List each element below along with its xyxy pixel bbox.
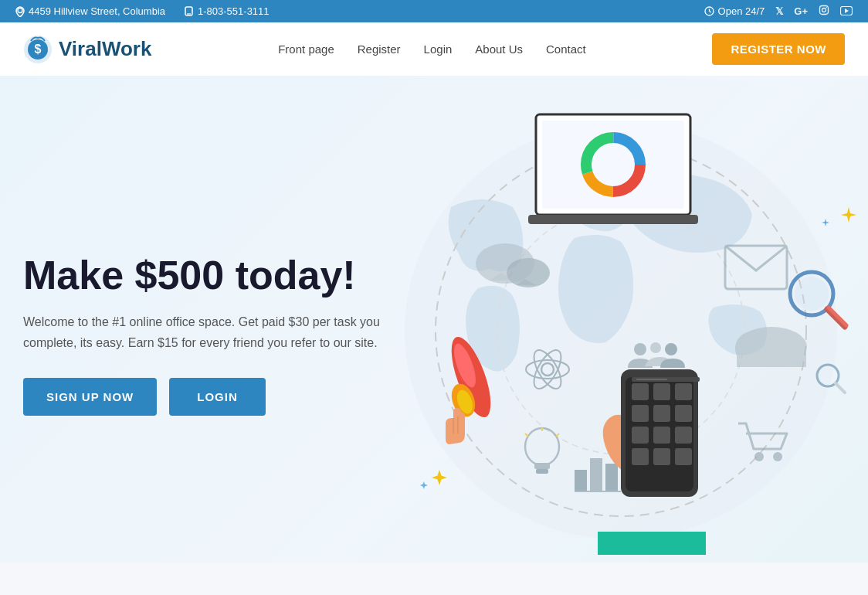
svg-rect-48 [590,458,602,491]
logo-link[interactable]: $ ViralWork [23,35,151,64]
svg-marker-84 [432,470,447,485]
svg-text:$: $ [35,42,42,56]
hours-badge: Open 24/7 [704,5,765,17]
svg-point-33 [634,343,646,355]
svg-rect-72 [675,405,692,422]
youtube-icon [840,6,853,15]
register-now-button[interactable]: Register Now [712,33,845,65]
nav-contact-link[interactable]: Contact [546,42,586,56]
nav-frontpage-link[interactable]: Front page [278,42,334,56]
twitter-social-link[interactable]: 𝕏 [775,5,783,17]
svg-rect-76 [632,448,649,465]
svg-point-0 [18,8,22,12]
top-bar-left: 4459 Hillview Street, Columbia 1-803-551… [15,5,270,17]
top-bar: 4459 Hillview Street, Columbia 1-803-551… [0,0,868,22]
svg-marker-10 [845,8,849,13]
nav-item-login[interactable]: Login [424,42,453,56]
svg-rect-80 [636,379,667,380]
hero-content: Make $500 today! Welcome to the #1 onlin… [23,253,386,416]
svg-rect-71 [653,405,670,422]
phone-icon [184,6,194,16]
hero-section: Make $500 today! Welcome to the #1 onlin… [0,76,868,563]
svg-rect-70 [632,405,649,422]
svg-line-5 [709,12,711,13]
hero-illustration [358,91,868,563]
nav-item-frontpage[interactable]: Front page [278,42,334,56]
svg-rect-42 [534,463,550,469]
svg-rect-74 [653,427,670,444]
svg-rect-67 [632,383,649,400]
svg-point-34 [650,342,661,353]
location-icon [15,6,25,17]
hero-title: Make $500 today! [23,253,386,298]
svg-rect-49 [605,464,618,491]
nav-links: Front page Register Login About Us Conta… [278,42,586,56]
svg-rect-68 [653,383,670,400]
svg-rect-81 [598,532,706,555]
phone-info: 1-803-551-3111 [184,5,270,17]
svg-rect-73 [632,427,649,444]
svg-rect-43 [536,469,548,474]
instagram-icon [819,5,829,15]
svg-point-8 [826,7,827,8]
instagram-social-link[interactable] [819,5,829,18]
svg-marker-85 [420,481,428,489]
hero-buttons: SIGN UP NOW LOGIN [23,378,386,416]
svg-marker-82 [841,207,856,223]
nav-item-register[interactable]: Register [358,42,401,56]
svg-rect-78 [675,448,692,465]
svg-point-23 [596,148,630,182]
svg-rect-77 [653,448,670,465]
youtube-social-link[interactable] [840,5,853,18]
navbar: $ ViralWork Front page Register Login Ab… [0,22,868,76]
nav-item-aboutus[interactable]: About Us [475,42,523,56]
svg-rect-40 [737,350,806,367]
hero-subtitle: Welcome to the #1 online office space. G… [23,311,386,353]
logo-text: ViralWork [59,37,151,61]
svg-point-52 [773,452,782,461]
illustration-svg [358,91,868,563]
svg-rect-6 [820,6,829,15]
svg-rect-47 [575,470,587,491]
svg-rect-24 [528,215,698,224]
nav-login-link[interactable]: Login [424,42,453,56]
svg-point-7 [822,8,826,12]
nav-register-link[interactable]: Register [358,42,401,56]
svg-marker-83 [822,219,829,226]
svg-rect-75 [675,427,692,444]
nav-item-contact[interactable]: Contact [546,42,586,56]
googleplus-social-link[interactable]: G+ [794,5,808,17]
svg-point-54 [795,277,829,311]
nav-aboutus-link[interactable]: About Us [475,42,523,56]
svg-rect-69 [675,383,692,400]
top-bar-right: Open 24/7 𝕏 G+ [704,5,853,18]
svg-line-58 [836,383,845,393]
address-info: 4459 Hillview Street, Columbia [15,5,165,17]
svg-point-51 [754,452,764,461]
clock-icon [704,6,714,16]
svg-point-35 [665,343,677,355]
login-button[interactable]: LOGIN [169,378,266,416]
logo-icon: $ [23,35,53,64]
signup-button[interactable]: SIGN UP NOW [23,378,157,416]
